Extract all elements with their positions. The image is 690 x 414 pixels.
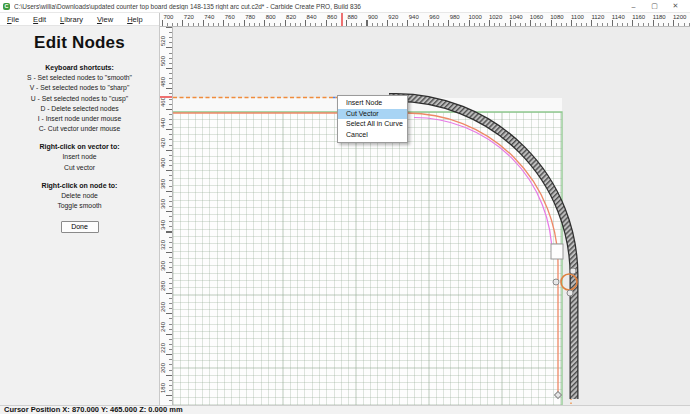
section-header: Right-click on node to:	[0, 182, 159, 189]
menu-help[interactable]: Help	[120, 15, 149, 24]
design-viewport[interactable]: Insert NodeCut VectorSelect All in Curve…	[173, 27, 690, 405]
context-menu: Insert NodeCut VectorSelect All in Curve…	[337, 95, 408, 143]
section-header: Keyboard shortcuts:	[0, 64, 159, 71]
end-node-diamond[interactable]	[554, 391, 561, 398]
context-menu-item-insert-node[interactable]: Insert Node	[338, 98, 407, 109]
section-line: Delete node	[0, 192, 159, 199]
ruler-label: 860	[322, 14, 342, 20]
ruler-label: 320	[160, 235, 168, 255]
menu-edit[interactable]: Edit	[26, 15, 53, 24]
ruler-label: 980	[445, 14, 465, 20]
menu-file[interactable]: File	[0, 15, 26, 24]
section-line: C- Cut vector under mouse	[0, 125, 159, 132]
ruler-label: 720	[179, 14, 199, 20]
ruler-label: 900	[363, 14, 383, 20]
context-menu-item-cancel[interactable]: Cancel	[338, 130, 407, 141]
ruler-label: 760	[220, 14, 240, 20]
node-handle[interactable]	[570, 268, 576, 274]
vector-arc-salmon[interactable]	[173, 113, 558, 393]
section-line: Insert node	[0, 153, 159, 160]
ruler-label: 1140	[608, 14, 628, 20]
ruler-label: 180	[160, 378, 168, 398]
toolpath-band-hatch	[389, 98, 574, 400]
ruler-label: 1020	[486, 14, 506, 20]
ruler-label: 380	[160, 174, 168, 194]
title-bar: C C:\Users\willia\Downloads\updated coun…	[0, 0, 690, 13]
menu-view[interactable]: View	[90, 15, 120, 24]
ruler-label: 200	[160, 358, 168, 378]
ruler-vertical: 5205004804604404204003803603403203002802…	[160, 27, 173, 405]
vector-layer	[173, 27, 690, 405]
ruler-label: 420	[160, 133, 168, 153]
ruler-label: 1000	[465, 14, 485, 20]
section-header: Right-click on vector to:	[0, 143, 159, 150]
node-selection-box[interactable]	[551, 244, 563, 259]
cursor-y-marker	[160, 96, 173, 98]
ruler-label: 360	[160, 194, 168, 214]
ruler-label: 440	[160, 113, 168, 133]
ruler-label: 800	[261, 14, 281, 20]
status-bar: Cursor Position X: 870.000 Y: 465.000 Z:…	[0, 405, 690, 414]
canvas-area: 7007207407607808008208408608809009209409…	[160, 13, 690, 405]
window-title: C:\Users\willia\Downloads\updated counte…	[14, 3, 623, 10]
context-menu-item-select-all-in-curve[interactable]: Select All in Curve	[338, 119, 407, 130]
ruler-label: 260	[160, 297, 168, 317]
close-button[interactable]: ✕	[665, 0, 686, 12]
ruler-label: 940	[404, 14, 424, 20]
section-line: Toggle smooth	[0, 202, 159, 209]
ruler-label: 780	[240, 14, 260, 20]
ruler-label: 300	[160, 256, 168, 276]
ruler-label: 240	[160, 317, 168, 337]
ruler-label: 1040	[506, 14, 526, 20]
ruler-label: 520	[160, 31, 168, 51]
ruler-label: 700	[160, 14, 178, 20]
ruler-label: 1180	[649, 14, 669, 20]
ruler-label: 880	[342, 14, 362, 20]
ruler-label: 1060	[527, 14, 547, 20]
panel-title: Edit Nodes	[0, 33, 159, 53]
toolpath-band-outline	[389, 98, 574, 400]
ruler-label: 1200	[670, 14, 690, 20]
ruler-label: 960	[424, 14, 444, 20]
ruler-label: 400	[160, 153, 168, 173]
ruler-label: 1120	[588, 14, 608, 20]
node-handle[interactable]	[567, 290, 573, 296]
context-menu-item-cut-vector[interactable]: Cut Vector	[338, 109, 407, 120]
cursor-x-marker	[341, 13, 343, 27]
section-line: V - Set selected nodes to "sharp"	[0, 84, 159, 91]
ruler-label: 1100	[567, 14, 587, 20]
menu-library[interactable]: Library	[53, 15, 90, 24]
ruler-ticks-major	[162, 20, 690, 26]
menu-bar: FileEditLibraryViewHelp	[0, 13, 159, 26]
left-column: FileEditLibraryViewHelp Edit Nodes Keybo…	[0, 13, 160, 405]
ruler-label: 500	[160, 51, 168, 71]
ruler-label: 1080	[547, 14, 567, 20]
ruler-label: 920	[383, 14, 403, 20]
ruler-label: 840	[302, 14, 322, 20]
ruler-label: 220	[160, 338, 168, 358]
section-line: I - Insert node under mouse	[0, 115, 159, 122]
ruler-label: 480	[160, 72, 168, 92]
done-button[interactable]: Done	[61, 221, 99, 233]
edit-nodes-panel: Edit Nodes Keyboard shortcuts:S - Set se…	[0, 33, 159, 233]
ruler-label: 820	[281, 14, 301, 20]
section-line: D - Delete selected nodes	[0, 105, 159, 112]
stock-boundary-line	[173, 112, 562, 405]
ruler-label: 280	[160, 276, 168, 296]
section-line: Cut vector	[0, 164, 159, 171]
ruler-horizontal: 7007207407607808008208408608809009209409…	[160, 13, 690, 27]
section-line: U - Set selected nodes to "cusp"	[0, 95, 159, 102]
cursor-position-readout: Cursor Position X: 870.000 Y: 465.000 Z:…	[4, 405, 183, 414]
minimize-button[interactable]: –	[623, 0, 644, 12]
app-icon: C	[3, 3, 10, 10]
window-controls: –▢✕	[623, 0, 686, 12]
app-window: C C:\Users\willia\Downloads\updated coun…	[0, 0, 690, 414]
ruler-label: 340	[160, 215, 168, 235]
ruler-label: 740	[199, 14, 219, 20]
vector-arc-magenta[interactable]	[414, 118, 552, 256]
section-line: S - Set selected nodes to "smooth"	[0, 74, 159, 81]
ruler-label: 1160	[629, 14, 649, 20]
maximize-button[interactable]: ▢	[644, 0, 665, 12]
node-handle[interactable]	[553, 279, 559, 285]
